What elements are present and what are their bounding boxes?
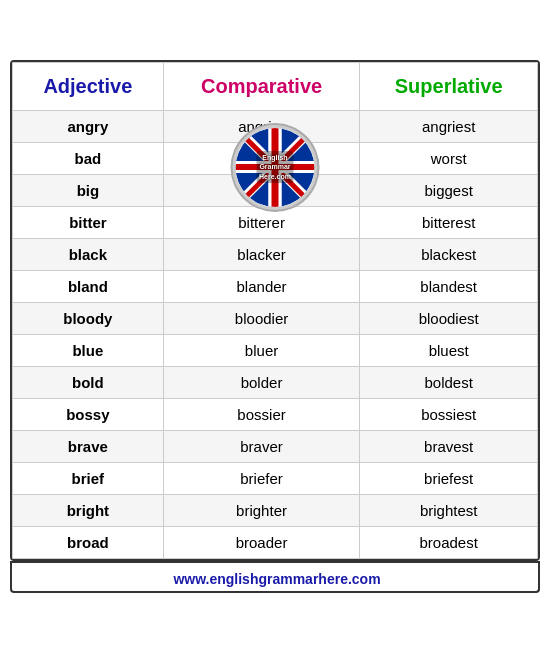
adjective-cell: bloody: [13, 302, 164, 334]
footer-url: www.englishgrammarhere.com: [12, 561, 540, 591]
comparative-cell: bitterer: [163, 206, 360, 238]
superlative-cell: blackest: [360, 238, 538, 270]
comparative-cell: blander: [163, 270, 360, 302]
adjective-cell: bossy: [13, 398, 164, 430]
adjective-cell: bitter: [13, 206, 164, 238]
adjective-cell: bright: [13, 494, 164, 526]
comparative-cell: bluer: [163, 334, 360, 366]
watermark-badge: EnglishGrammarHere.com: [233, 125, 318, 210]
comparative-cell: briefer: [163, 462, 360, 494]
adjective-cell: brief: [13, 462, 164, 494]
superlative-cell: blandest: [360, 270, 538, 302]
comparative-cell: bloodier: [163, 302, 360, 334]
superlative-cell: angriest: [360, 110, 538, 142]
table-row: blandblanderblandest: [13, 270, 538, 302]
superlative-cell: bossiest: [360, 398, 538, 430]
table-row: blackblackerblackest: [13, 238, 538, 270]
comparative-cell: blacker: [163, 238, 360, 270]
table-row: briefbrieferbriefest: [13, 462, 538, 494]
superlative-cell: boldest: [360, 366, 538, 398]
table-row: bravebraverbravest: [13, 430, 538, 462]
adjective-cell: black: [13, 238, 164, 270]
superlative-header: Superlative: [360, 62, 538, 110]
adjective-cell: bad: [13, 142, 164, 174]
superlative-cell: bloodiest: [360, 302, 538, 334]
superlative-cell: bluest: [360, 334, 538, 366]
adjective-cell: bold: [13, 366, 164, 398]
comparative-cell: broader: [163, 526, 360, 558]
table-row: broadbroaderbroadest: [13, 526, 538, 558]
table-row: boldbolderboldest: [13, 366, 538, 398]
comparative-cell: brighter: [163, 494, 360, 526]
table-row: bossybossierbossiest: [13, 398, 538, 430]
adjective-cell: big: [13, 174, 164, 206]
adjective-cell: broad: [13, 526, 164, 558]
watermark-text: EnglishGrammarHere.com: [259, 153, 291, 180]
table-row: bloodybloodierbloodiest: [13, 302, 538, 334]
superlative-cell: biggest: [360, 174, 538, 206]
adjective-cell: brave: [13, 430, 164, 462]
superlative-cell: broadest: [360, 526, 538, 558]
footer-container: www.englishgrammarhere.com: [10, 561, 540, 593]
comparative-cell: bolder: [163, 366, 360, 398]
adjective-header: Adjective: [13, 62, 164, 110]
adjective-cell: blue: [13, 334, 164, 366]
table-header-row: Adjective Comparative Superlative: [13, 62, 538, 110]
superlative-cell: brightest: [360, 494, 538, 526]
superlative-cell: bravest: [360, 430, 538, 462]
adjective-cell: angry: [13, 110, 164, 142]
superlative-cell: bitterest: [360, 206, 538, 238]
table-row: bluebluerbluest: [13, 334, 538, 366]
table-row: bitterbittererbitterest: [13, 206, 538, 238]
superlative-cell: briefest: [360, 462, 538, 494]
adjective-cell: bland: [13, 270, 164, 302]
table-row: brightbrighterbrightest: [13, 494, 538, 526]
comparative-header: Comparative: [163, 62, 360, 110]
comparative-cell: braver: [163, 430, 360, 462]
superlative-cell: worst: [360, 142, 538, 174]
comparative-cell: bossier: [163, 398, 360, 430]
